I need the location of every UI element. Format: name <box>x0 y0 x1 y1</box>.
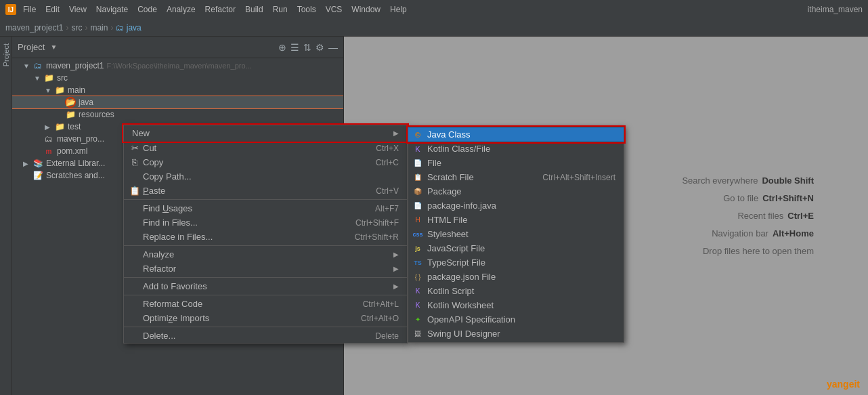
ctx-refactor-label: Refactor <box>143 264 389 274</box>
tree-item-resources[interactable]: 📁 resources <box>12 108 343 121</box>
menu-code[interactable]: Code <box>133 5 161 14</box>
ctx-favorites-arrow: ▶ <box>393 283 399 290</box>
breadcrumb-java[interactable]: 🗂 java <box>116 23 141 33</box>
openapi-icon: ✦ <box>412 314 423 325</box>
ctx-item-find-files[interactable]: Find in Files... Ctrl+Shift+F <box>124 215 407 230</box>
submenu-item-scratch[interactable]: 📋 Scratch File Ctrl+Alt+Shift+Insert <box>408 170 624 184</box>
ctx-item-copy[interactable]: ⎘ Copy Ctrl+C <box>124 155 407 169</box>
menu-vcs[interactable]: VCS <box>322 5 347 14</box>
menu-navigate[interactable]: Navigate <box>92 5 132 14</box>
hint-nav-bar-key: Alt+Home <box>773 225 814 243</box>
panel-icon-close[interactable]: — <box>328 42 338 53</box>
tree-item-main[interactable]: ▼ 📁 main <box>12 84 343 96</box>
submenu-item-kotlin-worksheet[interactable]: K Kotlin Worksheet <box>408 298 624 312</box>
hint-search-everywhere: Search everywhere Double Shift <box>682 172 814 190</box>
tree-label-test: test <box>68 122 81 131</box>
folder-icon-maven-pro: 🗂 <box>43 133 54 144</box>
ctx-item-replace-files[interactable]: Replace in Files... Ctrl+Shift+R <box>124 230 407 244</box>
breadcrumb-main[interactable]: main <box>90 23 108 33</box>
ctx-item-cut[interactable]: ✂ Cut Ctrl+X <box>124 141 407 155</box>
ctx-item-delete[interactable]: Delete... Delete <box>124 329 407 343</box>
submenu-label-kotlin-class: Kotlin Class/File <box>427 144 615 154</box>
ctx-copy-path-label: Copy Path... <box>143 171 399 182</box>
menu-window[interactable]: Window <box>347 5 385 14</box>
submenu-item-java-class[interactable]: © Java Class <box>408 127 624 142</box>
menu-build[interactable]: Build <box>241 5 267 14</box>
submenu-item-ts[interactable]: TS TypeScript File <box>408 255 624 270</box>
pom-icon: m <box>43 146 54 157</box>
menu-tools[interactable]: Tools <box>293 5 320 14</box>
app-title: itheima_maven <box>808 5 863 14</box>
panel-icon-collapse[interactable]: ☰ <box>290 42 299 53</box>
ctx-find-files-shortcut: Ctrl+Shift+F <box>355 218 399 228</box>
ctx-item-paste[interactable]: 📋 Paste Ctrl+V <box>124 184 407 198</box>
breadcrumb-project[interactable]: maven_project1 <box>5 23 63 33</box>
tree-label-main: main <box>68 85 85 95</box>
submenu-item-swing[interactable]: 🖼 Swing UI Designer <box>408 327 624 341</box>
copy-icon: ⎘ <box>129 157 140 168</box>
tree-item-java[interactable]: 📂 java <box>12 96 343 108</box>
menu-help[interactable]: Help <box>386 5 411 14</box>
breadcrumb-src[interactable]: src <box>71 23 82 33</box>
tree-arrow-src: ▼ <box>34 75 43 82</box>
submenu-item-js[interactable]: js JavaScript File <box>408 241 624 255</box>
submenu-label-ts: TypeScript File <box>427 257 615 268</box>
scratch-icon: 📋 <box>412 172 423 183</box>
tree-item-root[interactable]: ▼ 🗂 maven_project1 F:\WorkSpace\itheima_… <box>12 60 343 72</box>
scratches-icon: 📝 <box>32 170 43 181</box>
tree-label-ext-lib: External Librar... <box>46 159 105 168</box>
ctx-item-reformat[interactable]: Reformat Code Ctrl+Alt+L <box>124 297 407 311</box>
menu-view[interactable]: View <box>65 5 91 14</box>
swing-icon: 🖼 <box>412 329 423 339</box>
menu-edit[interactable]: Edit <box>41 5 64 14</box>
tree-arrow-ext-lib: ▶ <box>23 160 32 167</box>
hint-drop-files: Drop files here to open them <box>682 243 814 260</box>
submenu-item-json[interactable]: { } package.json File <box>408 270 624 284</box>
ctx-paste-shortcut: Ctrl+V <box>376 186 399 196</box>
submenu-item-kotlin-script[interactable]: K Kotlin Script <box>408 284 624 298</box>
submenu-label-kotlin-script: Kotlin Script <box>427 286 615 296</box>
ctx-analyze-label: Analyze <box>143 249 389 259</box>
ctx-item-new[interactable]: New ▶ © Java Class K Kotlin Class/File 📄… <box>124 125 407 141</box>
submenu-item-kotlin-class[interactable]: K Kotlin Class/File <box>408 142 624 156</box>
menu-refactor[interactable]: Refactor <box>201 5 240 14</box>
submenu-item-stylesheet[interactable]: css Stylesheet <box>408 227 624 241</box>
kotlin-class-icon: K <box>412 144 423 154</box>
submenu-label-scratch: Scratch File <box>427 172 538 182</box>
submenu-label-package-info: package-info.java <box>427 201 615 211</box>
submenu-item-package-info[interactable]: 📄 package-info.java <box>408 199 624 213</box>
ctx-optimize-shortcut: Ctrl+Alt+O <box>361 314 399 323</box>
ctx-item-favorites[interactable]: Add to Favorites ▶ <box>124 279 407 293</box>
ctx-item-analyze[interactable]: Analyze ▶ <box>124 247 407 262</box>
panel-icon-settings[interactable]: ⚙ <box>316 42 324 53</box>
ctx-item-copy-path[interactable]: Copy Path... <box>124 169 407 184</box>
menu-analyze[interactable]: Analyze <box>162 5 200 14</box>
tree-item-src[interactable]: ▼ 📁 src <box>12 72 343 84</box>
menu-file[interactable]: File <box>19 5 40 14</box>
ctx-item-optimize[interactable]: Optimize Imports Ctrl+Alt+O <box>124 311 407 325</box>
folder-icon-java: 📂 <box>65 97 76 108</box>
side-tab: Project <box>0 37 12 395</box>
submenu-item-html[interactable]: H HTML File <box>408 213 624 227</box>
ctx-separator-3 <box>124 277 407 278</box>
ctx-delete-shortcut: Delete <box>375 331 399 341</box>
panel-dropdown-icon[interactable]: ▼ <box>50 43 57 51</box>
submenu-label-java-class: Java Class <box>427 129 615 140</box>
panel-title: Project <box>18 42 45 52</box>
hint-search-everywhere-key: Double Shift <box>762 172 814 190</box>
menu-run[interactable]: Run <box>269 5 292 14</box>
side-tab-project[interactable]: Project <box>1 39 12 70</box>
submenu-label-file: File <box>427 158 615 168</box>
folder-icon-main: 📁 <box>54 85 65 96</box>
ctx-item-refactor[interactable]: Refactor ▶ <box>124 262 407 276</box>
search-hints: Search everywhere Double Shift Go to fil… <box>682 172 814 260</box>
panel-icons: ⊕ ☰ ⇅ ⚙ — <box>278 42 338 53</box>
submenu-item-openapi[interactable]: ✦ OpenAPI Specification <box>408 312 624 327</box>
panel-icon-sort[interactable]: ⇅ <box>303 42 311 53</box>
panel-icon-locate[interactable]: ⊕ <box>278 42 286 53</box>
submenu-item-package[interactable]: 📦 Package <box>408 184 624 199</box>
ctx-find-usages-label: Find Usages <box>143 203 371 213</box>
submenu-item-file[interactable]: 📄 File <box>408 156 624 170</box>
ctx-item-find-usages[interactable]: Find Usages Alt+F7 <box>124 201 407 215</box>
tree-label-scratches: Scratches and... <box>46 171 105 180</box>
